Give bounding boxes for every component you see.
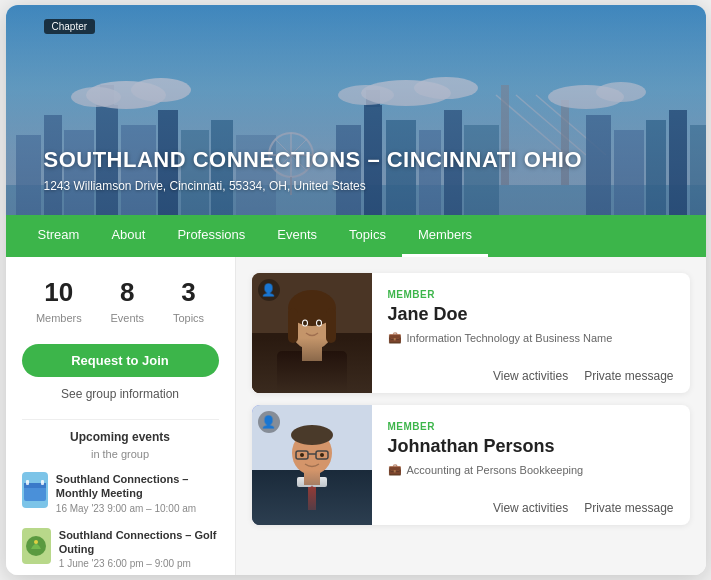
- svg-rect-66: [304, 470, 320, 485]
- main-layout: 10 Members 8 Events 3 Topics Request to …: [6, 257, 706, 575]
- stats-row: 10 Members 8 Events 3 Topics: [22, 277, 219, 326]
- svg-rect-62: [272, 480, 352, 525]
- stat-topics: 3 Topics: [173, 277, 204, 326]
- svg-point-59: [317, 321, 321, 326]
- nav-professions[interactable]: Professions: [161, 215, 261, 257]
- svg-rect-64: [297, 477, 312, 487]
- nav-topics[interactable]: Topics: [333, 215, 402, 257]
- svg-rect-44: [26, 480, 29, 485]
- member-card-1: 👤 MEMBER Jane Doe 💼 Information Technolo…: [252, 273, 690, 393]
- svg-rect-54: [288, 308, 298, 343]
- hero-address: 1243 Williamson Drive, Cincinnati, 55334…: [44, 179, 366, 193]
- profession-text-2: Accounting at Persons Bookkeeping: [407, 464, 584, 476]
- event-info-2: Southland Connections – Golf Outing 1 Ju…: [59, 528, 219, 570]
- member-name-2: Johnathan Persons: [388, 436, 674, 457]
- join-button[interactable]: Request to Join: [22, 344, 219, 377]
- member-name-1: Jane Doe: [388, 304, 674, 325]
- member-avatar-icon-1: 👤: [258, 279, 280, 301]
- private-message-1[interactable]: Private message: [584, 369, 673, 383]
- events-label: Events: [110, 312, 144, 324]
- sidebar: 10 Members 8 Events 3 Topics Request to …: [6, 257, 236, 575]
- svg-rect-61: [252, 470, 372, 525]
- member-badge-1: MEMBER: [388, 289, 674, 300]
- event-thumb-1: [22, 472, 48, 508]
- svg-rect-49: [252, 333, 372, 393]
- members-count: 10: [36, 277, 82, 308]
- topics-label: Topics: [173, 312, 204, 324]
- chapter-badge: Chapter: [44, 19, 96, 34]
- member-card-2: 👤 MEMBER Johnathan Persons 💼 Accounting …: [252, 405, 690, 525]
- member-profession-2: 💼 Accounting at Persons Bookkeeping: [388, 463, 674, 476]
- svg-point-72: [300, 453, 304, 457]
- svg-rect-45: [41, 480, 44, 485]
- nav-stream[interactable]: Stream: [22, 215, 96, 257]
- member-photo-2: 👤: [252, 405, 372, 525]
- svg-rect-63: [308, 480, 316, 510]
- nav-members[interactable]: Members: [402, 215, 488, 257]
- event-image-2: [25, 535, 47, 557]
- svg-point-73: [320, 453, 324, 457]
- app-container: Chapter SOUTHLAND CONNECTIONS – CINCINNA…: [6, 5, 706, 575]
- svg-rect-55: [326, 308, 336, 343]
- briefcase-icon-1: 💼: [388, 331, 402, 344]
- member-actions-2: View activities Private message: [388, 493, 674, 515]
- member-badge-2: MEMBER: [388, 421, 674, 432]
- member-profession-1: 💼 Information Technology at Business Nam…: [388, 331, 674, 344]
- event-item-2: Southland Connections – Golf Outing 1 Ju…: [22, 528, 219, 570]
- stat-members: 10 Members: [36, 277, 82, 326]
- view-activities-1[interactable]: View activities: [493, 369, 568, 383]
- event-image-1: [24, 479, 46, 501]
- private-message-2[interactable]: Private message: [584, 501, 673, 515]
- event-info-1: Southland Connections – Monthly Meeting …: [56, 472, 219, 514]
- nav-events[interactable]: Events: [261, 215, 333, 257]
- upcoming-label: Upcoming events: [22, 430, 219, 444]
- group-info-link[interactable]: See group information: [22, 387, 219, 401]
- event-title-2: Southland Connections – Golf Outing: [59, 528, 219, 557]
- view-activities-2[interactable]: View activities: [493, 501, 568, 515]
- event-item-1: Southland Connections – Monthly Meeting …: [22, 472, 219, 514]
- events-count: 8: [110, 277, 144, 308]
- svg-rect-50: [277, 351, 347, 393]
- nav-bar: Stream About Professions Events Topics M…: [6, 215, 706, 257]
- svg-point-68: [291, 425, 333, 445]
- stat-events: 8 Events: [110, 277, 144, 326]
- upcoming-sublabel: in the group: [22, 448, 219, 460]
- topics-count: 3: [173, 277, 204, 308]
- svg-point-58: [303, 321, 307, 326]
- member-avatar-icon-2: 👤: [258, 411, 280, 433]
- svg-point-47: [34, 540, 38, 544]
- member-photo-1: 👤: [252, 273, 372, 393]
- nav-about[interactable]: About: [95, 215, 161, 257]
- svg-rect-65: [312, 477, 327, 487]
- hero-banner: Chapter SOUTHLAND CONNECTIONS – CINCINNA…: [6, 5, 706, 215]
- hero-title: SOUTHLAND CONNECTIONS – CINCINNATI OHIO: [44, 147, 583, 173]
- member-info-2: MEMBER Johnathan Persons 💼 Accounting at…: [372, 405, 690, 525]
- profession-text-1: Information Technology at Business Name: [407, 332, 613, 344]
- member-info-1: MEMBER Jane Doe 💼 Information Technology…: [372, 273, 690, 393]
- svg-rect-51: [302, 341, 322, 361]
- divider-1: [22, 419, 219, 420]
- content-area: 👤 MEMBER Jane Doe 💼 Information Technolo…: [236, 257, 706, 575]
- event-date-2: 1 June '23 6:00 pm – 9:00 pm: [59, 558, 219, 569]
- event-thumb-2: [22, 528, 51, 564]
- event-date-1: 16 May '23 9:00 am – 10:00 am: [56, 503, 219, 514]
- members-label: Members: [36, 312, 82, 324]
- event-title-1: Southland Connections – Monthly Meeting: [56, 472, 219, 501]
- briefcase-icon-2: 💼: [388, 463, 402, 476]
- member-actions-1: View activities Private message: [388, 361, 674, 383]
